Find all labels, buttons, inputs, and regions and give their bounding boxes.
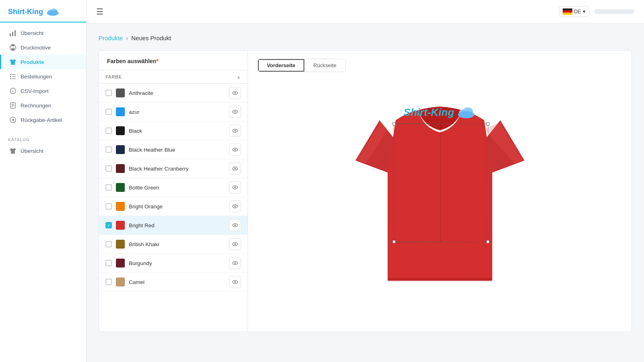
color-name-black-heather-blue: Black Heather Blue xyxy=(129,147,225,153)
color-row-anthracite[interactable]: Anthracite xyxy=(99,84,248,103)
checkbox-camel[interactable] xyxy=(105,279,112,285)
shirt-icon xyxy=(9,58,17,66)
chart-icon xyxy=(9,29,17,37)
color-row-black-heather-blue[interactable]: Black Heather Blue xyxy=(99,140,248,159)
svg-rect-5 xyxy=(12,32,13,36)
hamburger-button[interactable]: ☰ xyxy=(96,7,103,16)
color-row-bright-orange[interactable]: Bright Orange xyxy=(99,197,248,216)
svg-rect-19 xyxy=(12,104,14,105)
eye-button-anthracite[interactable] xyxy=(229,87,241,99)
katalog-label: KATALOG xyxy=(0,134,86,144)
checkbox-bright-red[interactable] xyxy=(105,222,112,228)
svg-point-35 xyxy=(234,168,236,169)
sidebar-item-ubersicht[interactable]: Übersicht xyxy=(0,26,86,40)
sidebar-item-rechnungen[interactable]: Rechnungen xyxy=(0,98,86,113)
sidebar-label-druckmotive: Druckmotive xyxy=(21,45,51,51)
sidebar-item-katalog-ubersicht[interactable]: Übersicht xyxy=(0,144,86,158)
color-name-anthracite: Anthracite xyxy=(129,90,225,96)
color-name-black: Black xyxy=(129,128,225,134)
eye-button-black-heather-cranberry[interactable] xyxy=(229,162,241,175)
design-panel: Vorderseite Rückseite xyxy=(248,51,632,331)
sidebar-label-ubersicht: Übersicht xyxy=(21,30,43,36)
user-pill[interactable] xyxy=(594,9,634,14)
topbar: ☰ DE ▾ xyxy=(87,0,644,23)
color-name-british-khaki: British Khaki xyxy=(129,241,225,247)
checkbox-burgundy[interactable] xyxy=(105,260,112,266)
color-row-burgundy[interactable]: Burgundy xyxy=(99,254,248,273)
eye-button-bright-red[interactable] xyxy=(229,219,241,231)
eye-button-bottle-green[interactable] xyxy=(229,181,241,193)
svg-point-41 xyxy=(234,224,236,226)
breadcrumb-link[interactable]: Produkte xyxy=(99,35,123,41)
swatch-camel xyxy=(116,278,125,286)
tshirt-svg xyxy=(355,96,524,289)
color-name-bright-orange: Bright Orange xyxy=(129,204,225,210)
checkbox-black-heather-blue[interactable] xyxy=(105,146,112,153)
color-row-black-heather-cranberry[interactable]: Black Heather Cranberry xyxy=(99,159,248,178)
checkbox-bright-orange[interactable] xyxy=(105,203,112,210)
swatch-burgundy xyxy=(116,259,125,267)
svg-rect-14 xyxy=(10,78,11,79)
color-name-burgundy: Burgundy xyxy=(129,260,225,266)
invoice-icon xyxy=(9,102,17,109)
color-row-camel[interactable]: Camel xyxy=(99,273,248,292)
checkbox-black-heather-cranberry[interactable] xyxy=(105,165,112,172)
logo-cloud-icon xyxy=(46,7,59,16)
section-headers: Farben auswählen* xyxy=(99,51,248,70)
eye-button-bright-orange[interactable] xyxy=(229,200,241,212)
swatch-black-heather-cranberry xyxy=(116,164,125,173)
svg-rect-20 xyxy=(12,105,14,106)
eye-button-british-khaki[interactable] xyxy=(229,238,241,250)
eye-button-burgundy[interactable] xyxy=(229,257,241,269)
swatch-azur xyxy=(116,107,125,116)
checkbox-black[interactable] xyxy=(105,128,112,134)
eye-button-azur[interactable] xyxy=(229,106,241,118)
tab-vorderseite[interactable]: Vorderseite xyxy=(258,59,305,72)
svg-point-37 xyxy=(234,187,236,188)
app-name: Shirt-King xyxy=(8,8,43,16)
sidebar-item-bestellungen[interactable]: Bestellungen xyxy=(0,69,86,84)
svg-point-43 xyxy=(234,243,236,245)
eye-button-black[interactable] xyxy=(229,125,241,137)
checkbox-anthracite[interactable] xyxy=(105,90,112,96)
svg-point-31 xyxy=(234,130,236,132)
color-row-bottle-green[interactable]: Bottle Green xyxy=(99,178,248,197)
tab-ruckseite[interactable]: Rückseite xyxy=(305,59,345,72)
logo[interactable]: Shirt-King xyxy=(0,0,86,23)
breadcrumb-separator: › xyxy=(126,35,128,41)
sidebar-label-katalog-ubersicht: Übersicht xyxy=(21,148,43,154)
sort-icon[interactable]: ▲ xyxy=(236,74,241,79)
sidebar-item-produkte[interactable]: Produkte xyxy=(0,55,86,69)
svg-rect-15 xyxy=(12,78,16,79)
eye-button-camel[interactable] xyxy=(229,276,241,288)
svg-rect-10 xyxy=(10,74,11,75)
color-row-azur[interactable]: azur xyxy=(99,103,248,121)
sidebar-item-ruckgabe[interactable]: Rückgabe-Artikel xyxy=(0,113,86,127)
sidebar-label-csv-import: CSV-Import xyxy=(21,88,49,94)
svg-rect-21 xyxy=(12,106,13,107)
eye-button-black-heather-blue[interactable] xyxy=(229,144,241,156)
katalog-shirt-icon xyxy=(9,147,17,154)
language-picker[interactable]: DE ▾ xyxy=(559,6,589,17)
print-icon xyxy=(9,44,17,51)
swatch-black-heather-blue xyxy=(116,145,125,154)
swatch-bright-orange xyxy=(116,202,125,211)
color-table-header: FARBE ▲ xyxy=(99,70,248,84)
tshirt-preview: Shirt-King xyxy=(355,88,524,297)
content-area: Produkte › Neues Produkt Farben auswähle… xyxy=(87,23,644,362)
color-row-british-khaki[interactable]: British Khaki xyxy=(99,235,248,254)
sidebar-item-druckmotive[interactable]: Druckmotive xyxy=(0,40,86,55)
color-name-camel: Camel xyxy=(129,279,225,285)
farbe-column-label: FARBE xyxy=(105,74,235,79)
color-row-bright-red[interactable]: Bright Red xyxy=(99,216,248,235)
checkbox-bottle-green[interactable] xyxy=(105,184,112,191)
svg-rect-13 xyxy=(12,76,16,77)
return-icon xyxy=(9,116,17,123)
breadcrumb-current: Neues Produkt xyxy=(131,35,171,41)
svg-rect-11 xyxy=(12,74,16,75)
sidebar-item-csv-import[interactable]: + CSV-Import xyxy=(0,84,86,98)
color-row-black[interactable]: Black xyxy=(99,121,248,140)
checkbox-british-khaki[interactable] xyxy=(105,241,112,247)
checkbox-azur[interactable] xyxy=(105,109,112,115)
svg-rect-9 xyxy=(11,48,14,51)
